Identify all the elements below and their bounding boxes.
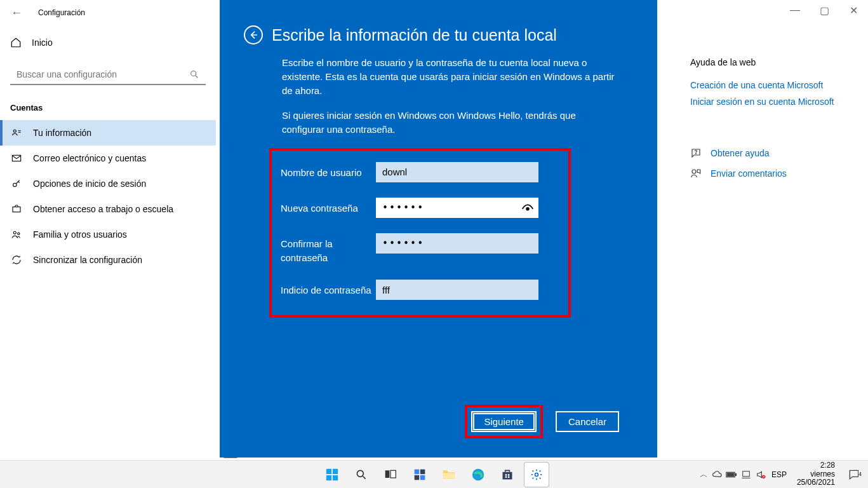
get-help-link[interactable]: Obtener ayuda: [690, 147, 855, 159]
notification-count: 4: [858, 471, 862, 477]
start-button[interactable]: [319, 462, 345, 487]
confirm-password-input[interactable]: [376, 233, 538, 254]
modal-footer: Siguiente Cancelar: [244, 405, 619, 438]
nav-email-accounts[interactable]: Correo electrónico y cuentas: [0, 146, 216, 171]
modal-header: Escribe la información de tu cuenta loca…: [244, 25, 619, 44]
username-input[interactable]: [376, 162, 538, 182]
sidebar-search[interactable]: [10, 64, 206, 85]
home-link[interactable]: Inicio: [0, 32, 216, 53]
gear-icon: [530, 468, 543, 481]
svg-rect-21: [420, 475, 425, 480]
maximize-button[interactable]: ▢: [810, 0, 839, 20]
chevron-up-icon[interactable]: ︿: [700, 469, 708, 480]
search-input[interactable]: [17, 69, 182, 79]
minimize-button[interactable]: —: [780, 0, 810, 20]
home-label: Inicio: [32, 37, 53, 48]
help-link-create-account[interactable]: Creación de una cuenta Microsoft: [690, 80, 855, 90]
task-view[interactable]: [378, 462, 403, 487]
person-card-icon: [11, 128, 22, 138]
close-button[interactable]: ✕: [839, 0, 868, 20]
svg-rect-22: [443, 473, 454, 478]
web-help-title: Ayuda de la web: [690, 57, 855, 67]
key-icon: [11, 179, 22, 189]
back-button[interactable]: ←: [9, 5, 24, 20]
microsoft-store[interactable]: [495, 462, 520, 487]
file-explorer[interactable]: [436, 462, 462, 487]
form-highlight-box: Nombre de usuario Nueva contraseña Confi…: [269, 148, 571, 318]
svg-point-6: [18, 233, 20, 234]
svg-rect-32: [727, 473, 734, 476]
people-icon: [11, 229, 22, 240]
taskbar-center: [319, 461, 549, 488]
arrow-left-icon: [248, 30, 258, 40]
language-indicator[interactable]: ESP: [771, 470, 787, 479]
widgets[interactable]: [407, 462, 432, 487]
folder-icon: [442, 468, 456, 482]
nav-label: Familia y otros usuarios: [33, 229, 127, 240]
search-icon: [355, 468, 368, 481]
svg-point-8: [692, 170, 696, 173]
cancel-button[interactable]: Cancelar: [556, 411, 619, 432]
feedback-link[interactable]: Enviar comentarios: [690, 168, 855, 179]
svg-point-5: [13, 231, 16, 234]
svg-rect-18: [414, 469, 419, 474]
svg-rect-11: [326, 468, 331, 473]
nav-label: Obtener acceso a trabajo o escuela: [33, 204, 173, 214]
svg-rect-12: [332, 468, 337, 473]
nav-family[interactable]: Familia y otros usuarios: [0, 222, 216, 247]
action-center[interactable]: 4: [845, 468, 863, 481]
onedrive-icon: [712, 470, 722, 480]
new-password-input[interactable]: [376, 198, 538, 218]
sidebar: Inicio Cuentas Tu información Correo ele…: [0, 32, 216, 273]
reveal-password-icon[interactable]: [521, 201, 535, 215]
svg-point-10: [526, 208, 529, 210]
svg-point-0: [191, 71, 196, 76]
svg-rect-4: [13, 207, 20, 212]
mail-icon: [11, 153, 22, 163]
store-icon: [501, 468, 514, 481]
modal-paragraph-1: Escribe el nombre de usuario y la contra…: [282, 56, 619, 97]
taskbar-right: ︿ ESP 2:28 viernes 25/06/2021 4: [700, 461, 863, 488]
nav-label: Sincronizar la configuración: [33, 255, 142, 265]
svg-point-3: [13, 183, 17, 186]
svg-rect-13: [326, 475, 331, 480]
nav-work-school[interactable]: Obtener acceso a trabajo o escuela: [0, 196, 216, 222]
nav-your-info[interactable]: Tu información: [0, 120, 216, 146]
edge-browser[interactable]: [465, 462, 491, 487]
briefcase-icon: [11, 204, 22, 214]
svg-rect-31: [735, 473, 737, 475]
svg-point-1: [13, 130, 16, 132]
svg-rect-2: [12, 155, 20, 161]
settings-app[interactable]: [524, 462, 549, 487]
svg-rect-17: [391, 470, 396, 478]
modal-title: Escribe la información de tu cuenta loca…: [272, 26, 557, 44]
volume-muted-icon: [755, 470, 766, 480]
taskbar-clock[interactable]: 2:28 viernes 25/06/2021: [797, 461, 835, 487]
confirm-label: Confirmar la contraseña: [281, 233, 376, 265]
nav-sync[interactable]: Sincronizar la configuración: [0, 247, 216, 273]
svg-rect-16: [385, 470, 389, 478]
svg-rect-33: [743, 471, 750, 476]
right-panel: Ayuda de la web Creación de una cuenta M…: [690, 57, 868, 179]
hint-label: Indicio de contraseña: [281, 280, 376, 297]
task-view-icon: [384, 468, 397, 481]
taskbar-search[interactable]: [349, 462, 374, 487]
search-icon: [189, 69, 199, 79]
local-account-modal: Escribe la información de tu cuenta loca…: [220, 0, 657, 458]
battery-icon: [726, 470, 737, 479]
next-button-highlight: Siguiente: [465, 405, 543, 438]
svg-rect-27: [505, 476, 507, 478]
modal-back-button[interactable]: [244, 25, 263, 44]
nav-signin-options[interactable]: Opciones de inicio de sesión: [0, 171, 216, 196]
password-hint-input[interactable]: [376, 280, 538, 300]
sync-icon: [11, 255, 22, 265]
get-help-text: Obtener ayuda: [711, 148, 770, 158]
system-tray[interactable]: ︿: [700, 469, 766, 480]
next-button[interactable]: Siguiente: [471, 411, 537, 432]
help-link-signin-account[interactable]: Iniciar sesión en su cuenta Microsoft: [690, 97, 855, 107]
section-title: Cuentas: [0, 95, 216, 120]
svg-rect-26: [507, 474, 509, 476]
svg-rect-24: [502, 471, 512, 479]
svg-rect-14: [332, 475, 337, 480]
svg-rect-25: [505, 474, 507, 476]
